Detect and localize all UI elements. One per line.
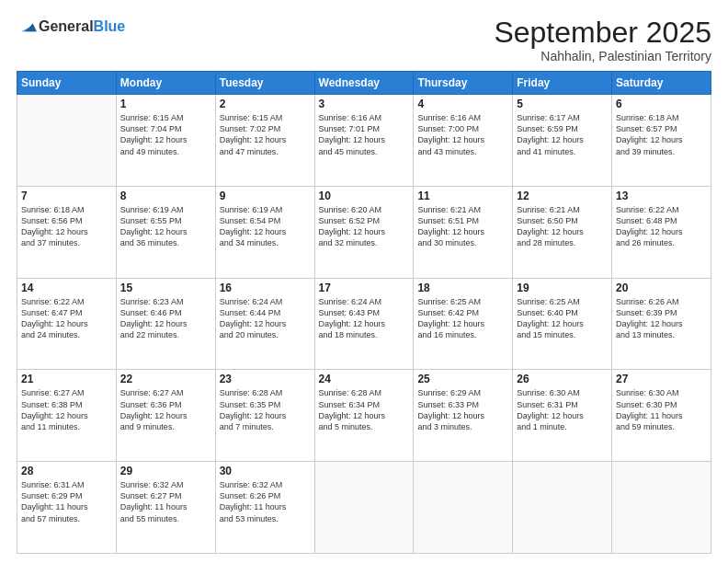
day-number: 3 <box>319 98 410 110</box>
day-number: 18 <box>417 282 508 294</box>
calendar-cell: 22Sunrise: 6:27 AMSunset: 6:36 PMDayligh… <box>116 370 215 462</box>
logo-icon <box>17 17 37 37</box>
cell-content: Sunrise: 6:24 AMSunset: 6:43 PMDaylight:… <box>319 296 410 341</box>
logo-general: General <box>39 18 94 34</box>
calendar-cell <box>513 462 612 554</box>
calendar-cell: 20Sunrise: 6:26 AMSunset: 6:39 PMDayligh… <box>612 278 711 370</box>
calendar-cell: 23Sunrise: 6:28 AMSunset: 6:35 PMDayligh… <box>215 370 314 462</box>
day-number: 2 <box>220 98 311 110</box>
calendar-cell: 24Sunrise: 6:28 AMSunset: 6:34 PMDayligh… <box>314 370 414 462</box>
cell-content: Sunrise: 6:31 AMSunset: 6:29 PMDaylight:… <box>21 479 112 524</box>
cell-content: Sunrise: 6:26 AMSunset: 6:39 PMDaylight:… <box>616 296 707 341</box>
header-friday: Friday <box>513 72 612 95</box>
day-number: 6 <box>616 98 707 110</box>
calendar-cell: 14Sunrise: 6:22 AMSunset: 6:47 PMDayligh… <box>17 278 117 370</box>
calendar-cell: 7Sunrise: 6:18 AMSunset: 6:56 PMDaylight… <box>17 186 117 278</box>
cell-content: Sunrise: 6:30 AMSunset: 6:31 PMDaylight:… <box>517 387 608 432</box>
calendar-cell: 12Sunrise: 6:21 AMSunset: 6:50 PMDayligh… <box>513 186 612 278</box>
location: Nahhalin, Palestinian Territory <box>494 49 711 63</box>
calendar-cell <box>314 462 414 554</box>
calendar-cell <box>414 462 513 554</box>
page: GeneralBlue September 2025 Nahhalin, Pal… <box>0 0 728 563</box>
calendar-cell: 25Sunrise: 6:29 AMSunset: 6:33 PMDayligh… <box>414 370 513 462</box>
day-number: 20 <box>616 282 707 294</box>
calendar-cell: 3Sunrise: 6:16 AMSunset: 7:01 PMDaylight… <box>314 95 414 187</box>
day-number: 25 <box>417 373 508 385</box>
day-number: 23 <box>220 373 311 385</box>
calendar-week-row-1: 7Sunrise: 6:18 AMSunset: 6:56 PMDaylight… <box>17 186 711 278</box>
day-number: 5 <box>517 98 608 110</box>
calendar-cell: 4Sunrise: 6:16 AMSunset: 7:00 PMDaylight… <box>414 95 513 187</box>
cell-content: Sunrise: 6:28 AMSunset: 6:34 PMDaylight:… <box>319 387 410 432</box>
header-wednesday: Wednesday <box>314 72 414 95</box>
day-number: 13 <box>616 190 707 202</box>
calendar-cell: 16Sunrise: 6:24 AMSunset: 6:44 PMDayligh… <box>215 278 314 370</box>
day-number: 15 <box>120 282 211 294</box>
cell-content: Sunrise: 6:16 AMSunset: 7:01 PMDaylight:… <box>319 112 410 157</box>
calendar-cell: 1Sunrise: 6:15 AMSunset: 7:04 PMDaylight… <box>116 95 215 187</box>
calendar-cell: 5Sunrise: 6:17 AMSunset: 6:59 PMDaylight… <box>513 95 612 187</box>
cell-content: Sunrise: 6:22 AMSunset: 6:47 PMDaylight:… <box>21 296 112 341</box>
cell-content: Sunrise: 6:27 AMSunset: 6:38 PMDaylight:… <box>21 387 112 432</box>
calendar-cell: 2Sunrise: 6:15 AMSunset: 7:02 PMDaylight… <box>215 95 314 187</box>
calendar-cell: 19Sunrise: 6:25 AMSunset: 6:40 PMDayligh… <box>513 278 612 370</box>
logo-blue: Blue <box>94 18 126 34</box>
day-number: 22 <box>120 373 211 385</box>
day-number: 4 <box>417 98 508 110</box>
calendar-week-row-3: 21Sunrise: 6:27 AMSunset: 6:38 PMDayligh… <box>17 370 711 462</box>
day-number: 21 <box>21 373 112 385</box>
day-number: 12 <box>517 190 608 202</box>
day-number: 27 <box>616 373 707 385</box>
cell-content: Sunrise: 6:17 AMSunset: 6:59 PMDaylight:… <box>517 112 608 157</box>
cell-content: Sunrise: 6:32 AMSunset: 6:26 PMDaylight:… <box>220 479 311 524</box>
calendar-week-row-4: 28Sunrise: 6:31 AMSunset: 6:29 PMDayligh… <box>17 462 711 554</box>
cell-content: Sunrise: 6:30 AMSunset: 6:30 PMDaylight:… <box>616 387 707 432</box>
day-number: 9 <box>220 190 311 202</box>
calendar-week-row-2: 14Sunrise: 6:22 AMSunset: 6:47 PMDayligh… <box>17 278 711 370</box>
calendar-cell: 27Sunrise: 6:30 AMSunset: 6:30 PMDayligh… <box>612 370 711 462</box>
header-tuesday: Tuesday <box>215 72 314 95</box>
day-number: 14 <box>21 282 112 294</box>
cell-content: Sunrise: 6:23 AMSunset: 6:46 PMDaylight:… <box>120 296 211 341</box>
calendar-cell: 26Sunrise: 6:30 AMSunset: 6:31 PMDayligh… <box>513 370 612 462</box>
calendar-cell: 13Sunrise: 6:22 AMSunset: 6:48 PMDayligh… <box>612 186 711 278</box>
calendar-week-row-0: 1Sunrise: 6:15 AMSunset: 7:04 PMDaylight… <box>17 95 711 187</box>
calendar-cell: 21Sunrise: 6:27 AMSunset: 6:38 PMDayligh… <box>17 370 117 462</box>
day-number: 7 <box>21 190 112 202</box>
svg-marker-1 <box>26 23 37 31</box>
day-number: 10 <box>319 190 410 202</box>
cell-content: Sunrise: 6:19 AMSunset: 6:54 PMDaylight:… <box>220 204 311 249</box>
day-number: 24 <box>319 373 410 385</box>
header: GeneralBlue September 2025 Nahhalin, Pal… <box>17 17 711 63</box>
calendar-cell: 29Sunrise: 6:32 AMSunset: 6:27 PMDayligh… <box>116 462 215 554</box>
month-title: September 2025 <box>494 17 711 49</box>
weekday-header-row: Sunday Monday Tuesday Wednesday Thursday… <box>17 72 711 95</box>
cell-content: Sunrise: 6:18 AMSunset: 6:56 PMDaylight:… <box>21 204 112 249</box>
cell-content: Sunrise: 6:20 AMSunset: 6:52 PMDaylight:… <box>319 204 410 249</box>
cell-content: Sunrise: 6:28 AMSunset: 6:35 PMDaylight:… <box>220 387 311 432</box>
cell-content: Sunrise: 6:25 AMSunset: 6:42 PMDaylight:… <box>417 296 508 341</box>
cell-content: Sunrise: 6:16 AMSunset: 7:00 PMDaylight:… <box>417 112 508 157</box>
calendar-cell: 9Sunrise: 6:19 AMSunset: 6:54 PMDaylight… <box>215 186 314 278</box>
cell-content: Sunrise: 6:27 AMSunset: 6:36 PMDaylight:… <box>120 387 211 432</box>
header-sunday: Sunday <box>17 72 117 95</box>
title-block: September 2025 Nahhalin, Palestinian Ter… <box>494 17 711 63</box>
cell-content: Sunrise: 6:18 AMSunset: 6:57 PMDaylight:… <box>616 112 707 157</box>
cell-content: Sunrise: 6:21 AMSunset: 6:50 PMDaylight:… <box>517 204 608 249</box>
cell-content: Sunrise: 6:19 AMSunset: 6:55 PMDaylight:… <box>120 204 211 249</box>
calendar-cell: 11Sunrise: 6:21 AMSunset: 6:51 PMDayligh… <box>414 186 513 278</box>
calendar-table: Sunday Monday Tuesday Wednesday Thursday… <box>17 71 711 554</box>
day-number: 19 <box>517 282 608 294</box>
header-thursday: Thursday <box>414 72 513 95</box>
cell-content: Sunrise: 6:15 AMSunset: 7:02 PMDaylight:… <box>220 112 311 157</box>
calendar-cell: 30Sunrise: 6:32 AMSunset: 6:26 PMDayligh… <box>215 462 314 554</box>
day-number: 29 <box>120 465 211 477</box>
calendar-cell: 18Sunrise: 6:25 AMSunset: 6:42 PMDayligh… <box>414 278 513 370</box>
cell-content: Sunrise: 6:25 AMSunset: 6:40 PMDaylight:… <box>517 296 608 341</box>
calendar-cell <box>17 95 117 187</box>
calendar-cell <box>612 462 711 554</box>
cell-content: Sunrise: 6:24 AMSunset: 6:44 PMDaylight:… <box>220 296 311 341</box>
day-number: 11 <box>417 190 508 202</box>
day-number: 16 <box>220 282 311 294</box>
cell-content: Sunrise: 6:15 AMSunset: 7:04 PMDaylight:… <box>120 112 211 157</box>
